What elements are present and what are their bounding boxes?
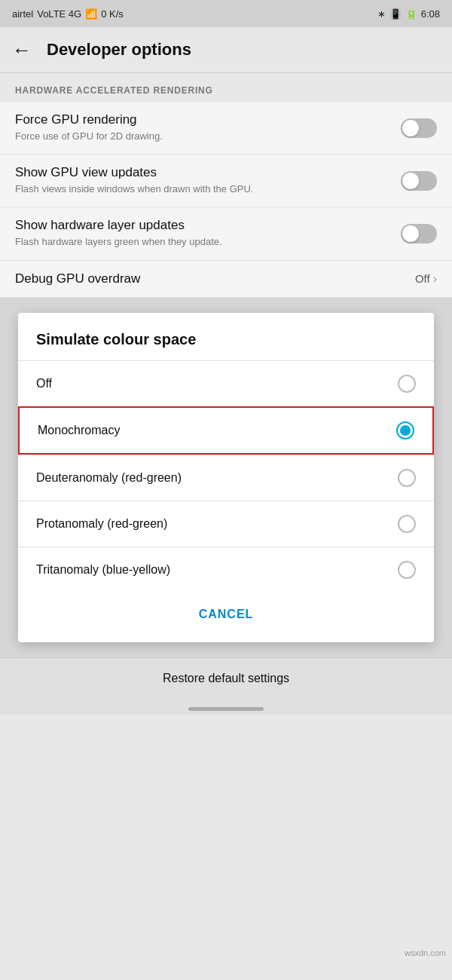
page-title: Developer options [47, 40, 191, 60]
radio-btn-off[interactable] [398, 375, 416, 393]
option-deuteranomaly-label: Deuteranomaly (red-green) [36, 471, 182, 485]
carrier-label: airtel [12, 8, 33, 20]
radio-option-protanomaly[interactable]: Protanomaly (red-green) [18, 501, 434, 547]
cancel-button[interactable]: CANCEL [169, 599, 284, 630]
radio-btn-monochromacy[interactable] [396, 421, 414, 439]
battery-icon: 🔋 [405, 8, 417, 20]
setting-debug-gpu-value: Off › [415, 272, 437, 286]
vibrate-icon: 📳 [389, 8, 402, 20]
section-header-hardware: HARDWARE ACCELERATED RENDERING [0, 73, 452, 102]
watermark: wsxdn.com [405, 948, 446, 957]
radio-btn-deuteranomaly[interactable] [398, 469, 416, 487]
toggle-gpu-view-updates[interactable] [401, 171, 437, 191]
setting-force-gpu-content: Force GPU rendering Force use of GPU for… [15, 112, 401, 143]
toggle-thumb-hardware-layer [402, 225, 419, 242]
option-monochromacy-label: Monochromacy [38, 424, 120, 437]
dialog-title: Simulate colour space [18, 313, 434, 360]
setting-force-gpu[interactable]: Force GPU rendering Force use of GPU for… [0, 102, 452, 155]
setting-debug-gpu-title: Debug GPU overdraw [15, 271, 406, 286]
setting-gpu-view-updates-content: Show GPU view updates Flash views inside… [15, 165, 401, 196]
option-off-label: Off [36, 377, 52, 390]
radio-option-off[interactable]: Off [18, 360, 434, 406]
dialog-backdrop-bottom [0, 642, 452, 657]
setting-hardware-layer-content: Show hardware layer updates Flash hardwa… [15, 218, 401, 249]
setting-gpu-view-updates-title: Show GPU view updates [15, 165, 392, 180]
radio-option-deuteranomaly[interactable]: Deuteranomaly (red-green) [18, 455, 434, 501]
setting-hardware-layer-title: Show hardware layer updates [15, 218, 392, 233]
toggle-hardware-layer[interactable] [401, 224, 437, 243]
toggle-thumb-gpu-view [402, 173, 419, 189]
status-bar: airtel VoLTE 4G 📶 0 K/s ∗ 📳 🔋 6:08 [0, 0, 452, 27]
radio-option-monochromacy[interactable]: Monochromacy [18, 406, 434, 455]
toggle-force-gpu[interactable] [401, 118, 437, 138]
radio-option-tritanomaly[interactable]: Tritanomaly (blue-yellow) [18, 547, 434, 593]
setting-debug-gpu-content: Debug GPU overdraw [15, 271, 415, 286]
status-right: ∗ 📳 🔋 6:08 [377, 8, 440, 20]
setting-force-gpu-desc: Force use of GPU for 2D drawing. [15, 130, 392, 143]
setting-hardware-layer-desc: Flash hardware layers green when they up… [15, 235, 392, 249]
time-label: 6:08 [421, 8, 440, 20]
dialog-backdrop: Simulate colour space Off Monochromacy D… [0, 298, 452, 642]
simulate-colour-space-dialog: Simulate colour space Off Monochromacy D… [18, 313, 434, 642]
setting-gpu-view-updates[interactable]: Show GPU view updates Flash views inside… [0, 155, 452, 207]
home-indicator [0, 700, 452, 715]
bottom-bar[interactable]: Restore default settings [0, 657, 452, 700]
radio-btn-tritanomaly[interactable] [398, 561, 416, 579]
toggle-thumb-force-gpu [402, 120, 419, 136]
restore-default-label: Restore default settings [163, 672, 289, 685]
signal-icon: 📶 [85, 8, 97, 20]
option-tritanomaly-label: Tritanomaly (blue-yellow) [36, 563, 170, 577]
data-speed-label: 0 K/s [101, 8, 124, 20]
home-bar [188, 707, 264, 711]
status-left: airtel VoLTE 4G 📶 0 K/s [12, 8, 124, 20]
back-button[interactable]: ← [12, 38, 32, 62]
dialog-actions: CANCEL [18, 593, 434, 642]
setting-force-gpu-title: Force GPU rendering [15, 112, 392, 127]
option-protanomaly-label: Protanomaly (red-green) [36, 517, 167, 531]
setting-debug-gpu[interactable]: Debug GPU overdraw Off › [0, 261, 452, 298]
radio-btn-protanomaly[interactable] [398, 515, 416, 533]
app-bar: ← Developer options [0, 27, 452, 72]
network-type-label: VoLTE 4G [37, 8, 81, 20]
setting-hardware-layer[interactable]: Show hardware layer updates Flash hardwa… [0, 207, 452, 260]
chevron-right-icon: › [433, 272, 437, 286]
bluetooth-icon: ∗ [377, 8, 386, 20]
setting-gpu-view-updates-desc: Flash views inside windows when drawn wi… [15, 182, 392, 196]
debug-gpu-value-text: Off [415, 272, 430, 285]
